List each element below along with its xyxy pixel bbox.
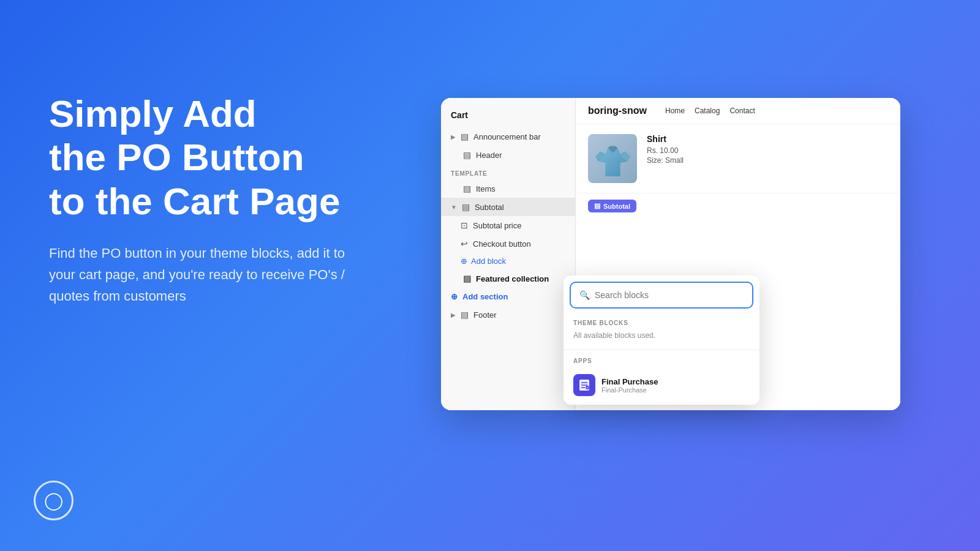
hero-section: Simply Add the PO Button to the Cart Pag… [49, 92, 368, 307]
logo-icon: ◯ [44, 490, 63, 511]
sidebar-item-label: Featured collection [476, 274, 549, 283]
sidebar-item-featured-collection[interactable]: ▤ Featured collection [441, 269, 575, 288]
apps-label: APPS [564, 353, 760, 368]
nav-home[interactable]: Home [665, 107, 685, 115]
sidebar-item-subtotal-price[interactable]: ⊡ Subtotal price [441, 216, 575, 234]
sidebar-item-label: Announcement bar [473, 132, 541, 141]
add-section-button[interactable]: ⊕ Add section [441, 288, 575, 305]
divider [564, 350, 760, 350]
sidebar-item-footer[interactable]: ▶ ▤ Footer [441, 305, 575, 324]
add-block-button[interactable]: ⊕ Add block [441, 253, 575, 269]
grid-icon: ▤ [461, 310, 469, 320]
template-section-label: TEMPLATE [441, 164, 575, 179]
theme-blocks-note: All available blocks used. [564, 329, 760, 347]
hero-subtitle: Find the PO button in your theme blocks,… [49, 242, 368, 307]
subtotal-badge-icon: ▤ [594, 202, 600, 210]
sidebar-header: Cart [441, 105, 575, 127]
sidebar: Cart ▶ ▤ Announcement bar ▤ Header TEMPL… [441, 98, 576, 410]
store-nav: boring-snow Home Catalog Contact [576, 98, 900, 124]
sidebar-item-label: Checkout button [473, 239, 531, 249]
product-price: Rs. 10.00 [647, 146, 888, 155]
subtotal-badge: ▤ Subtotal [588, 200, 636, 212]
add-section-label: Add section [462, 292, 508, 301]
sidebar-item-label: Subtotal [475, 203, 504, 212]
add-block-label: Add block [471, 257, 506, 266]
chevron-right-icon: ▶ [451, 133, 456, 140]
vertical-divider [900, 98, 900, 410]
grid-icon: ▤ [463, 150, 471, 160]
grid-icon: ▤ [462, 202, 470, 212]
app-icon [573, 374, 595, 396]
sidebar-item-checkout-button[interactable]: ↩ Checkout button [441, 234, 575, 253]
sidebar-item-subtotal[interactable]: ▼ ▤ Subtotal [441, 198, 575, 216]
logo: ◯ [34, 481, 74, 520]
grid-icon: ▤ [463, 184, 471, 193]
search-blocks-input[interactable] [595, 290, 744, 300]
logo-circle: ◯ [34, 481, 74, 520]
product-image [588, 134, 637, 183]
subtotal-area: ▤ Subtotal [576, 193, 900, 219]
subtotal-badge-label: Subtotal [603, 203, 630, 210]
sidebar-item-header[interactable]: ▤ Header [441, 146, 575, 164]
store-name: boring-snow [588, 105, 647, 116]
sidebar-item-label: Footer [473, 310, 497, 320]
chevron-down-icon: ▼ [451, 204, 457, 211]
ui-mockup: Cart ▶ ▤ Announcement bar ▤ Header TEMPL… [441, 80, 919, 435]
sidebar-item-items[interactable]: ▤ Items [441, 179, 575, 198]
chevron-right-icon: ▶ [451, 312, 456, 318]
plus-circle-icon: ⊕ [451, 292, 458, 301]
app-sub: Final-Purchase [601, 386, 658, 394]
square-dashed-icon: ⊡ [461, 220, 468, 230]
store-nav-links: Home Catalog Contact [665, 107, 755, 115]
sidebar-item-label: Header [476, 151, 502, 160]
grid-icon: ▤ [461, 132, 469, 141]
return-icon: ↩ [461, 239, 468, 249]
grid-icon: ▤ [463, 274, 471, 283]
sidebar-item-announcement-bar[interactable]: ▶ ▤ Announcement bar [441, 127, 575, 146]
app-item-final-purchase[interactable]: Final Purchase Final-Purchase [564, 368, 760, 405]
theme-blocks-label: THEME BLOCKS [564, 315, 760, 329]
app-name: Final Purchase [601, 377, 658, 386]
nav-contact[interactable]: Contact [729, 107, 755, 115]
plus-circle-icon: ⊕ [461, 257, 467, 266]
sidebar-item-label: Subtotal price [473, 221, 522, 230]
product-size: Size: Small [647, 156, 888, 165]
search-input-row[interactable]: 🔍 [570, 282, 753, 309]
search-dropdown: 🔍 THEME BLOCKS All available blocks used… [564, 276, 760, 405]
nav-catalog[interactable]: Catalog [695, 107, 720, 115]
search-icon: 🔍 [579, 290, 590, 300]
product-section: Shirt Rs. 10.00 Size: Small [576, 124, 900, 193]
app-info: Final Purchase Final-Purchase [601, 377, 658, 394]
product-name: Shirt [647, 134, 888, 144]
sidebar-item-label: Items [476, 184, 496, 193]
product-info: Shirt Rs. 10.00 Size: Small [647, 134, 888, 165]
hero-title: Simply Add the PO Button to the Cart Pag… [49, 92, 368, 223]
